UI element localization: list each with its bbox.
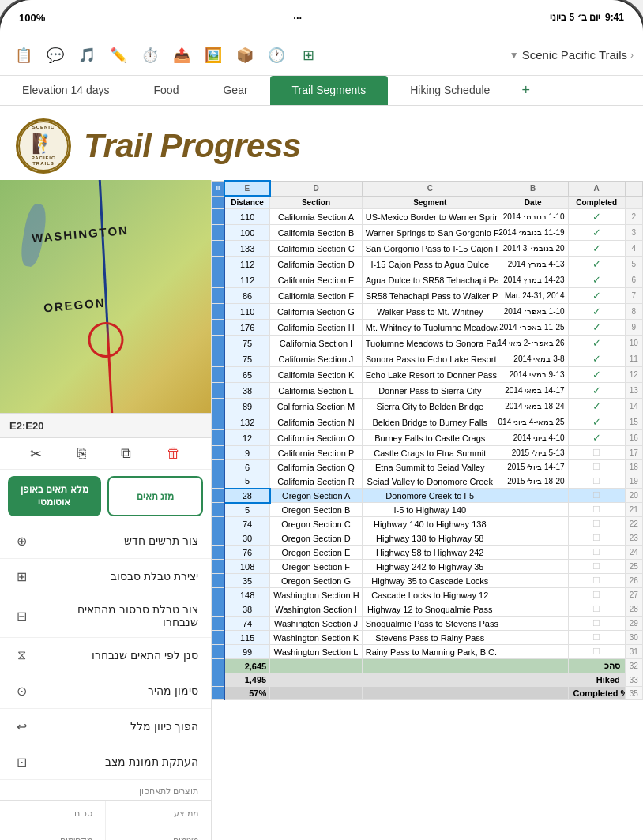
cell-date[interactable]: Mar. 24-31, 2014 [498,288,568,304]
cell-segment[interactable]: US-Mexico Border to Warner Springs [362,209,498,225]
cell-distance[interactable]: 5 [224,503,270,517]
menu-reverse-text[interactable]: ↩ הפוך כיוון מלל [0,709,211,744]
cell-distance[interactable]: 75 [224,351,270,367]
menu-filter[interactable]: ⧖ סנן לפי התאים שנבחרו [0,638,211,673]
cell-segment[interactable]: Donomore Creek to I-5 [362,489,498,503]
cell-completed[interactable]: ☐ [568,560,625,574]
cell-date[interactable]: 20 בנובמ׳-3 2014 [498,241,568,257]
cell-segment[interactable]: Highway 140 to Highway 138 [362,517,498,531]
cell-segment[interactable]: Seiad Valley to Donomore Creek [362,474,498,489]
cell-segment[interactable]: I-5 to Highway 140 [362,503,498,517]
tab-food[interactable]: Food [132,76,201,105]
toolbar-clock-icon[interactable]: 🕐 [262,41,291,69]
cell-date[interactable]: 3-8 במאי 2014 [498,351,568,367]
cell-section[interactable]: California Section R [270,474,363,489]
cell-segment[interactable]: Mt. Whitney to Tuolumne Meadows [362,320,498,336]
cell-section[interactable]: California Section C [270,241,363,257]
cell-distance[interactable]: 112 [224,257,270,272]
cell-completed[interactable]: ✓ [568,257,625,272]
cell-distance[interactable]: 115 [224,631,270,645]
cell-distance[interactable]: 133 [224,241,270,257]
cell-segment[interactable]: Stevens Pass to Rainy Pass [362,631,498,645]
cell-segment[interactable]: Burney Falls to Castle Crags [362,430,498,446]
cell-date[interactable] [498,517,568,531]
cell-segment[interactable]: Highway 242 to Highway 35 [362,560,498,574]
cell-distance[interactable]: 89 [224,399,270,414]
cell-distance[interactable]: 30 [224,531,270,546]
toolbar-chat-icon[interactable]: 💬 [41,41,70,69]
cell-section[interactable]: California Section I [270,336,363,351]
cell-date[interactable]: 4-10 ביוני 2014 [498,430,568,446]
cell-date[interactable] [498,531,568,546]
cell-segment[interactable]: Donner Pass to Sierra City [362,383,498,399]
manual-fill-button[interactable]: מזג תאים [107,476,204,516]
cell-section[interactable]: California Section O [270,430,363,446]
cell-date[interactable] [498,503,568,517]
cell-segment[interactable]: Highway 35 to Cascade Locks [362,574,498,588]
cell-segment[interactable]: Walker Pass to Mt. Whitney [362,304,498,320]
cell-segment[interactable]: Rainy Pass to Manning Park, B.C. [362,645,498,659]
cell-date[interactable] [498,645,568,659]
cell-distance[interactable]: 74 [224,517,270,531]
toolbar-package-icon[interactable]: 📦 [231,41,259,69]
menu-quick-mark[interactable]: ⊙ סימון מהיר [0,673,211,709]
cell-segment[interactable]: Sonora Pass to Echo Lake Resort [362,351,498,367]
cell-completed[interactable]: ☐ [568,460,625,474]
cell-segment[interactable]: Snoqualmie Pass to Stevens Pass [362,617,498,631]
cell-completed[interactable]: ☐ [568,645,625,659]
cell-completed[interactable]: ✓ [568,351,625,367]
cell-section[interactable]: California Section A [270,209,363,225]
cell-section[interactable]: California Section E [270,272,363,288]
menu-snapshot[interactable]: ⊡ העתקת תמונת מצב [0,744,211,780]
autofill-button[interactable]: מלא תאים באופן אוטומטי [8,476,101,516]
cell-completed[interactable]: ✓ [568,399,625,414]
cell-section[interactable]: Washington Section I [270,602,363,617]
cell-date[interactable]: 25 במאי-4 ביוני 2014 [498,414,568,430]
cell-completed[interactable]: ✓ [568,225,625,241]
cell-distance[interactable]: 99 [224,645,270,659]
cell-completed[interactable]: ✓ [568,288,625,304]
cell-section[interactable]: Washington Section L [270,645,363,659]
cell-section[interactable]: Oregon Section D [270,531,363,546]
cell-date[interactable]: 18-24 במאי 2014 [498,399,568,414]
cell-completed[interactable]: ☐ [568,588,625,602]
cell-distance[interactable]: 176 [224,320,270,336]
cell-section[interactable]: California Section D [270,257,363,272]
cell-section[interactable]: California Section P [270,446,363,460]
cell-distance[interactable]: 75 [224,336,270,351]
cell-section[interactable]: Oregon Section E [270,546,363,560]
cell-segment[interactable]: Highway 58 to Highway 242 [362,546,498,560]
cell-distance[interactable]: 38 [224,602,270,617]
cell-section[interactable]: Oregon Section A [270,489,363,503]
cell-section[interactable]: California Section Q [270,460,363,474]
cell-distance[interactable]: 86 [224,288,270,304]
cell-distance[interactable]: 5 [224,474,270,489]
cell-segment[interactable]: Warner Springs to San Gorgonio Pass [362,225,498,241]
cell-segment[interactable]: Highway 12 to Snoqualmie Pass [362,602,498,617]
cell-section[interactable]: Oregon Section F [270,560,363,574]
cell-distance[interactable]: 110 [224,209,270,225]
col-header-e[interactable]: E [224,181,270,196]
tab-trail-segments[interactable]: Trail Segments [270,76,389,105]
tab-elevation[interactable]: Elevation 14 days [0,76,132,105]
cell-completed[interactable]: ✓ [568,336,625,351]
cell-distance[interactable]: 6 [224,460,270,474]
cell-section[interactable]: California Section K [270,367,363,383]
cell-date[interactable]: 4-13 במרץ 2014 [498,257,568,272]
cell-completed[interactable]: ✓ [568,383,625,399]
cell-completed[interactable]: ☐ [568,546,625,560]
cell-segment[interactable]: Etna Summit to Seiad Valley [362,460,498,474]
cell-date[interactable]: 14-17 במאי 2014 [498,383,568,399]
cell-section[interactable]: California Section M [270,399,363,414]
cell-completed[interactable]: ☐ [568,574,625,588]
cell-completed[interactable]: ✓ [568,241,625,257]
cell-distance[interactable]: 132 [224,414,270,430]
cell-date[interactable] [498,546,568,560]
cell-date[interactable] [498,631,568,645]
cell-date[interactable]: 1-10 באפר׳ 2014 [498,304,568,320]
cell-date[interactable] [498,588,568,602]
cell-date[interactable] [498,489,568,503]
cell-section[interactable]: Washington Section K [270,631,363,645]
cell-completed[interactable]: ✓ [568,414,625,430]
cell-distance[interactable]: 148 [224,588,270,602]
